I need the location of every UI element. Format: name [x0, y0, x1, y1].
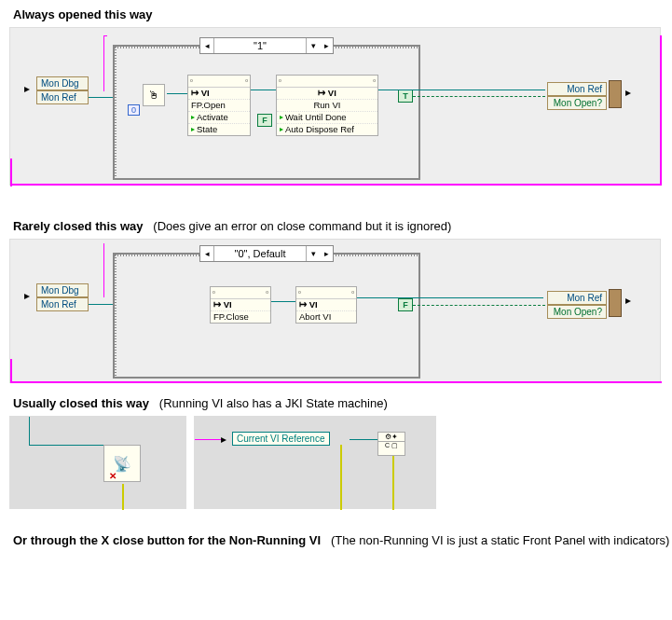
bundle-icon — [609, 80, 622, 108]
row-abortvi: Abort VI — [296, 310, 356, 323]
case-dropdown-icon[interactable]: ▾ — [307, 38, 320, 53]
row-fpclose: FP.Close — [211, 310, 270, 323]
section-close-rare-title: Rarely closed this way (Does give an err… — [0, 212, 672, 239]
unbundle-mon-dbg: Mon Dbg — [36, 76, 89, 90]
invoke-fpclose: ▫▫ ↦ VI FP.Close — [210, 286, 271, 324]
zero-constant: 0 — [128, 104, 140, 116]
case-next-icon[interactable]: ▸ — [320, 246, 333, 261]
invoke-abort: ▫▫ ↦ VI Abort VI — [295, 286, 357, 324]
section-close-usual-title: Usually closed this way (Running VI also… — [0, 389, 672, 416]
section-close-rare: Rarely closed this way (Does give an err… — [0, 212, 672, 383]
false-constant: F — [257, 114, 272, 127]
section-close-usual: Usually closed this way (Running VI also… — [0, 389, 672, 509]
row-fpopen: FP.Open — [188, 99, 250, 111]
invoke-fpopen: ▫▫ ↦ VI FP.Open ▸Activate ▸State — [187, 75, 251, 136]
section-close-rare-sub: (Does give an error on close command but… — [153, 219, 451, 233]
case-next-icon[interactable]: ▸ — [320, 38, 333, 53]
invoke-fpclose-title: VI — [224, 299, 232, 310]
invoke-runvi-title: VI — [328, 88, 336, 98]
invoke-abort-title: VI — [309, 299, 318, 310]
case-label: "0", Default — [213, 246, 307, 261]
case-prev-icon[interactable]: ◂ — [200, 38, 213, 53]
section-close-x-sub: (The non-Running VI is just a static Fro… — [331, 533, 669, 547]
arrow-right-icon: ▸ — [221, 434, 230, 444]
row-autodispose: ▸Auto Dispose Ref — [277, 123, 377, 135]
true-constant: T — [398, 90, 413, 103]
bundle-mon-open: Mon Open? — [547, 96, 607, 110]
arrow-right-icon: ▸ — [24, 84, 34, 93]
cursor-icon: 🖱 — [143, 84, 165, 106]
bundle-mon-open: Mon Open? — [547, 305, 607, 319]
diagram-close-usual-right: ▸ Current VI Reference ⚙✦ C ▢ — [194, 416, 436, 509]
unbundle-mon-ref: Mon Ref — [36, 297, 89, 311]
unbundle-mon-ref: Mon Ref — [36, 90, 89, 104]
row-state: ▸State — [188, 123, 250, 135]
section-close-usual-sub: (Running VI also has a JKI State machine… — [159, 396, 388, 410]
arrow-right-icon: ▸ — [625, 88, 635, 97]
section-open: Always opened this way Mon Dbg Mon Ref ▸… — [0, 0, 672, 186]
invoke-fpopen-title: VI — [201, 88, 210, 98]
row-waituntildone: ▸Wait Until Done — [277, 111, 377, 123]
vi-server-icon: ⚙✦ C ▢ — [377, 432, 405, 456]
row-runvi: Run VI — [277, 99, 377, 111]
false-constant: F — [398, 298, 413, 311]
close-x-icon: ✕ — [109, 471, 117, 481]
invoke-runvi: ▫▫ ↦ VI Run VI ▸Wait Until Done ▸Auto Di… — [276, 75, 378, 136]
section-close-x: Or through the X close button for the No… — [0, 526, 672, 553]
section-close-x-title: Or through the X close button for the No… — [0, 526, 672, 553]
bundle-icon — [609, 289, 622, 317]
arrow-right-icon: ▸ — [24, 291, 34, 300]
diagram-open: Mon Dbg Mon Ref ▸ ◂ "1" ▾ ▸ 🖱 0 ▫▫ ↦ VI … — [9, 27, 661, 186]
section-open-title: Always opened this way — [0, 0, 672, 27]
case-selector[interactable]: ◂ "1" ▾ ▸ — [199, 37, 334, 54]
diagram-close-rare: Mon Dbg Mon Ref ▸ ◂ "0", Default ▾ ▸ ▫▫ … — [9, 239, 661, 383]
row-activate: ▸Activate — [188, 111, 250, 123]
case-dropdown-icon[interactable]: ▾ — [307, 246, 320, 261]
bundle-mon-ref: Mon Ref — [547, 291, 607, 305]
bundle-mon-ref: Mon Ref — [547, 82, 607, 96]
unbundle-mon-dbg: Mon Dbg — [36, 283, 89, 297]
case-selector[interactable]: ◂ "0", Default ▾ ▸ — [199, 245, 334, 262]
case-label: "1" — [213, 38, 307, 53]
case-prev-icon[interactable]: ◂ — [200, 246, 213, 261]
diagram-close-usual-left: 📡 ✕ — [9, 416, 186, 509]
arrow-right-icon: ▸ — [625, 296, 635, 305]
current-vi-ref: Current VI Reference — [232, 432, 330, 446]
